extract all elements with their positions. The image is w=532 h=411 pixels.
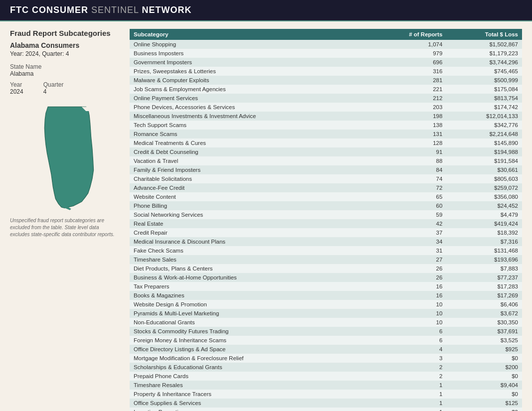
cell-loss: $7,316: [446, 237, 522, 246]
cell-subcategory: Invention Promotion: [130, 408, 370, 411]
cell-subcategory: Romance Scams: [130, 130, 370, 138]
cell-reports: 27: [370, 255, 446, 264]
cell-loss: $0: [446, 372, 522, 381]
cell-subcategory: Tech Support Scams: [130, 121, 370, 130]
main-content: Fraud Report Subcategories Alabama Consu…: [0, 21, 532, 411]
header-consumer: CONSUMER: [32, 5, 88, 15]
cell-loss: $0: [446, 408, 522, 411]
cell-reports: 198: [370, 112, 446, 121]
table-row: Invention Promotion1$0: [130, 408, 522, 411]
cell-loss: $3,525: [446, 336, 522, 345]
cell-subcategory: Phone Billing: [130, 201, 370, 210]
table-row: Phone Billing60$24,452: [130, 201, 522, 210]
cell-reports: 696: [370, 58, 446, 67]
table-row: Non-Educational Grants10$30,350: [130, 318, 522, 327]
col-subcategory: Subcategory: [130, 29, 370, 40]
cell-subcategory: Timeshare Sales: [130, 255, 370, 264]
cell-reports: 1,074: [370, 40, 446, 49]
cell-reports: 91: [370, 147, 446, 156]
state-label: Alabama Consumers: [10, 41, 120, 49]
cell-subcategory: Website Content: [130, 192, 370, 201]
cell-loss: $4,479: [446, 210, 522, 219]
cell-loss: $175,084: [446, 85, 522, 94]
table-row: Tech Support Scams138$342,776: [130, 121, 522, 130]
cell-subcategory: Timeshare Resales: [130, 381, 370, 390]
cell-loss: $7,883: [446, 264, 522, 273]
cell-loss: $0: [446, 390, 522, 399]
cell-subcategory: Phone Devices, Accessories & Services: [130, 103, 370, 112]
table-row: Advance-Fee Credit72$259,072: [130, 183, 522, 192]
cell-subcategory: Family & Friend Imposters: [130, 165, 370, 174]
cell-loss: $30,661: [446, 165, 522, 174]
cell-subcategory: Malware & Computer Exploits: [130, 76, 370, 85]
table-row: Prizes, Sweepstakes & Lotteries316$745,4…: [130, 67, 522, 76]
cell-subcategory: Foreign Money & Inheritance Scams: [130, 336, 370, 345]
table-row: Job Scams & Employment Agencies221$175,0…: [130, 85, 522, 94]
table-row: Romance Scams131$2,214,648: [130, 130, 522, 138]
cell-reports: 26: [370, 264, 446, 273]
cell-reports: 212: [370, 94, 446, 103]
table-row: Timeshare Sales27$193,696: [130, 255, 522, 264]
quarter-meta: Quarter 4: [43, 81, 64, 95]
table-row: Office Directory Listings & Ad Space4$92…: [130, 345, 522, 354]
cell-reports: 60: [370, 201, 446, 210]
cell-reports: 2: [370, 372, 446, 381]
cell-subcategory: Medical Treatments & Cures: [130, 138, 370, 147]
table-row: Real Estate42$419,424: [130, 219, 522, 228]
table-row: Charitable Solicitations74$805,603: [130, 174, 522, 183]
table-row: Diet Products, Plans & Centers26$7,883: [130, 264, 522, 273]
cell-reports: 34: [370, 237, 446, 246]
cell-reports: 10: [370, 309, 446, 318]
cell-loss: $24,452: [446, 201, 522, 210]
quarter-label: Quarter: [43, 81, 64, 88]
cell-loss: $131,468: [446, 246, 522, 255]
data-table: Subcategory # of Reports Total $ Loss On…: [130, 29, 522, 411]
table-row: Government Imposters696$3,744,296: [130, 58, 522, 67]
col-loss: Total $ Loss: [446, 29, 522, 40]
cell-loss: $1,179,223: [446, 49, 522, 58]
cell-loss: $125: [446, 399, 522, 408]
cell-loss: $6,406: [446, 300, 522, 309]
table-row: Credit Repair37$18,392: [130, 228, 522, 237]
cell-loss: $356,080: [446, 192, 522, 201]
cell-subcategory: Advance-Fee Credit: [130, 183, 370, 192]
cell-loss: $342,776: [446, 121, 522, 130]
cell-subcategory: Office Directory Listings & Ad Space: [130, 345, 370, 354]
cell-loss: $500,999: [446, 76, 522, 85]
cell-reports: 37: [370, 228, 446, 237]
cell-subcategory: Prizes, Sweepstakes & Lotteries: [130, 67, 370, 76]
cell-subcategory: Vacation & Travel: [130, 156, 370, 165]
cell-reports: 26: [370, 273, 446, 282]
year-meta: Year 2024: [10, 81, 23, 95]
cell-reports: 16: [370, 291, 446, 300]
cell-subcategory: Social Networking Services: [130, 210, 370, 219]
table-row: Property & Inheritance Tracers1$0: [130, 390, 522, 399]
cell-subcategory: Property & Inheritance Tracers: [130, 390, 370, 399]
cell-loss: $2,214,648: [446, 130, 522, 138]
cell-subcategory: Government Imposters: [130, 58, 370, 67]
cell-subcategory: Fake Check Scams: [130, 246, 370, 255]
table-row: Pyramids & Multi-Level Marketing10$3,672: [130, 309, 522, 318]
cell-loss: $1,502,867: [446, 40, 522, 49]
year-quarter: Year: 2024, Quarter: 4: [10, 50, 120, 57]
cell-reports: 31: [370, 246, 446, 255]
section-title: Fraud Report Subcategories: [10, 29, 120, 37]
cell-reports: 74: [370, 174, 446, 183]
cell-subcategory: Mortgage Modification & Foreclosure Reli…: [130, 354, 370, 363]
cell-subcategory: Website Design & Promotion: [130, 300, 370, 309]
cell-reports: 88: [370, 156, 446, 165]
cell-subcategory: Credit Repair: [130, 228, 370, 237]
cell-reports: 10: [370, 300, 446, 309]
table-row: Credit & Debt Counseling91$194,988: [130, 147, 522, 156]
cell-loss: $200: [446, 363, 522, 372]
table-row: Medical Insurance & Discount Plans34$7,3…: [130, 237, 522, 246]
cell-subcategory: Scholarships & Educational Grants: [130, 363, 370, 372]
cell-reports: 138: [370, 121, 446, 130]
table-row: Prepaid Phone Cards2$0: [130, 372, 522, 381]
quarter-value: 4: [43, 88, 64, 95]
cell-subcategory: Tax Preparers: [130, 282, 370, 291]
table-row: Vacation & Travel88$191,584: [130, 156, 522, 165]
cell-reports: 281: [370, 76, 446, 85]
cell-reports: 10: [370, 318, 446, 327]
cell-loss: $3,744,296: [446, 58, 522, 67]
